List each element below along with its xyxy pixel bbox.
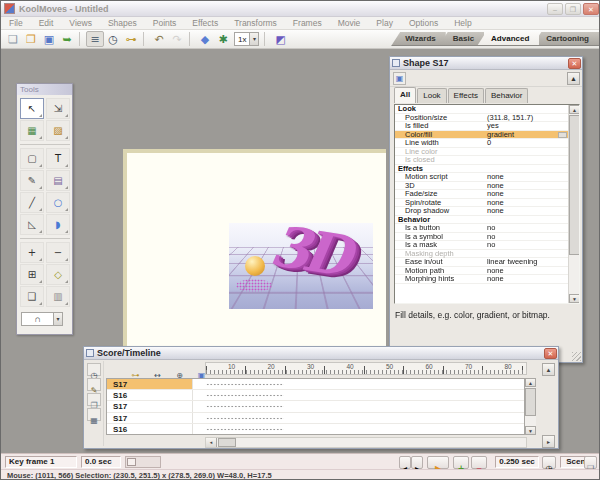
tween-button[interactable]: ↔ — [150, 363, 165, 376]
selected-shape-points[interactable] — [236, 279, 272, 292]
chevron-down-icon[interactable]: ▾ — [53, 313, 62, 325]
scroll-down-arrow-icon[interactable]: ▼ — [569, 294, 580, 303]
group-tool-button[interactable]: ❑ — [20, 286, 44, 307]
magic-wand-button[interactable]: ✱ — [214, 31, 232, 47]
menu-item-effects[interactable]: Effects — [184, 18, 226, 28]
shape-panel-titlebar[interactable]: Shape S17 ✕ — [390, 57, 582, 70]
zoom-level-select[interactable]: 1x▾ — [234, 32, 259, 46]
select-tool-button[interactable]: ↖ — [20, 98, 44, 119]
align-tool-button[interactable]: ▥ — [46, 286, 70, 307]
window-titlebar[interactable]: KoolMoves - Untitled – ❐ ✕ — [1, 1, 600, 17]
shape-library-tool-button[interactable]: ▢ — [20, 148, 44, 169]
tab-advanced[interactable]: Advanced — [477, 32, 539, 46]
remove-point-tool-button[interactable]: − — [46, 242, 70, 263]
timeline-scroll-down-icon[interactable]: ▼ — [525, 426, 536, 435]
copy-frames-button[interactable]: ❐ — [87, 393, 101, 406]
timeline-scroll-left-icon[interactable]: ◂ — [206, 438, 217, 447]
property-tab-all[interactable]: All — [394, 87, 416, 103]
scene-list-button[interactable]: ❏ — [584, 456, 597, 469]
stage-canvas[interactable]: 3D — [123, 149, 386, 346]
reshape-tool-button[interactable]: ▦ — [20, 120, 44, 141]
add-point-tool-button[interactable]: + — [20, 242, 44, 263]
timeline-row-s17[interactable]: S17 — [107, 401, 524, 412]
frame-back-button[interactable]: ◂ — [399, 456, 411, 469]
save-frame-button[interactable]: ▣ — [194, 363, 209, 376]
effects-panel-button[interactable]: ◩ — [271, 31, 289, 47]
text-tool-button[interactable]: T — [46, 148, 70, 169]
insert-keyframe-button[interactable]: ⊶ — [128, 363, 143, 376]
frame-slider-thumb[interactable] — [127, 458, 136, 466]
add-frame-button[interactable]: + — [453, 456, 469, 469]
tools-palette-title[interactable]: Tools — [17, 84, 72, 95]
property-row-drop-shadow[interactable]: Drop shadownone — [395, 207, 568, 216]
fill-tool-button[interactable]: ▨ — [46, 120, 70, 141]
image-tool-button[interactable]: ▤ — [46, 170, 70, 191]
tab-cartooning[interactable]: Cartooning — [532, 32, 599, 46]
transform-button[interactable]: ◆ — [196, 31, 214, 47]
property-row-motion-script[interactable]: Motion scriptnone — [395, 173, 568, 182]
line-tool-button[interactable]: ╱ — [20, 192, 44, 213]
save-shape-button[interactable]: ▣ — [393, 72, 406, 85]
menu-item-edit[interactable]: Edit — [31, 18, 62, 28]
scrollbar-thumb[interactable] — [569, 115, 580, 255]
property-row-is-closed[interactable]: Is closed — [395, 156, 568, 165]
timeline-hscrollbar-thumb[interactable] — [218, 438, 236, 447]
timeline-ruler[interactable]: 1020304050607080 — [205, 362, 527, 375]
frame-timing-button[interactable]: ◷ — [542, 456, 556, 469]
property-row-morphing-hints[interactable]: Morphing hintsnone — [395, 275, 568, 284]
resize-grip[interactable] — [572, 352, 581, 361]
menu-item-file[interactable]: File — [1, 18, 31, 28]
save-button[interactable]: ▣ — [40, 31, 58, 47]
property-dropdown-button[interactable] — [558, 132, 567, 138]
timeline-scroll-up-icon[interactable]: ▲ — [525, 378, 536, 387]
expand-tool-button[interactable]: ⊞ — [20, 264, 44, 285]
timeline-pane-up-button[interactable]: ▲ — [542, 363, 555, 376]
frame-duration-field[interactable]: 0.250 sec — [495, 456, 539, 468]
ellipse-tool-button[interactable]: ○ — [46, 192, 70, 213]
menu-item-transforms[interactable]: Transforms — [226, 18, 285, 28]
property-tab-behavior[interactable]: Behavior — [485, 88, 529, 103]
property-scrollbar[interactable]: ▲ ▼ — [568, 105, 579, 303]
timeline-scrollbar-thumb[interactable] — [525, 388, 536, 416]
shape-panel-close-button[interactable]: ✕ — [568, 58, 581, 69]
curve-tool-button[interactable]: ◗ — [46, 214, 70, 235]
snap-dropdown[interactable]: ∩ ▾ — [21, 312, 63, 326]
property-tab-effects[interactable]: Effects — [448, 88, 484, 103]
timeline-vertical-scrollbar[interactable]: ▲ ▼ — [525, 378, 536, 435]
key-button[interactable]: ⊶ — [122, 31, 140, 47]
timeline-pane-right-button[interactable]: ▸ — [542, 435, 555, 448]
property-tab-look[interactable]: Look — [417, 88, 446, 103]
chevron-down-icon[interactable]: ▾ — [249, 33, 258, 45]
menu-item-views[interactable]: Views — [61, 18, 100, 28]
menu-item-play[interactable]: Play — [368, 18, 401, 28]
pencil-tool-button[interactable]: ✎ — [20, 170, 44, 191]
menu-item-frames[interactable]: Frames — [285, 18, 330, 28]
timeline-row-s16[interactable]: S16 — [107, 424, 524, 435]
menu-item-shapes[interactable]: Shapes — [100, 18, 145, 28]
menu-item-options[interactable]: Options — [401, 18, 446, 28]
close-button[interactable]: ✕ — [583, 3, 599, 15]
add-frame-button[interactable]: ⊕ — [172, 363, 187, 376]
timeline-horizontal-scrollbar[interactable]: ◂ — [205, 437, 527, 448]
clock-button[interactable]: ◷ — [104, 31, 122, 47]
preview-clock-button[interactable]: ◷ — [87, 363, 101, 376]
timeline-row-s16[interactable]: S16 — [107, 390, 524, 401]
menu-item-movie[interactable]: Movie — [330, 18, 369, 28]
grid-view-button[interactable]: ▦ — [87, 408, 101, 421]
delete-frame-button[interactable]: ▬ — [471, 456, 487, 469]
frame-forward-button[interactable]: ▸ — [411, 456, 423, 469]
minimize-button[interactable]: – — [547, 3, 563, 15]
publish-movie-button[interactable]: ➥ — [58, 31, 76, 47]
rotate-tool-button[interactable]: ◇ — [46, 264, 70, 285]
tab-wizards[interactable]: Wizards — [391, 32, 446, 46]
panel-scroll-up-button[interactable]: ▲ — [567, 72, 580, 85]
edit-pencil-button[interactable]: ✎ — [87, 378, 101, 391]
timeline-close-button[interactable]: ✕ — [544, 348, 557, 359]
polygon-tool-button[interactable]: ◺ — [20, 214, 44, 235]
outline-view-button[interactable]: ≡ — [86, 31, 104, 47]
scroll-up-arrow-icon[interactable]: ▲ — [569, 105, 580, 114]
open-folder-button[interactable]: ❐ — [22, 31, 40, 47]
undo-button[interactable]: ↶ — [150, 31, 168, 47]
menu-item-points[interactable]: Points — [145, 18, 185, 28]
play-button[interactable]: ▶ — [427, 456, 449, 469]
